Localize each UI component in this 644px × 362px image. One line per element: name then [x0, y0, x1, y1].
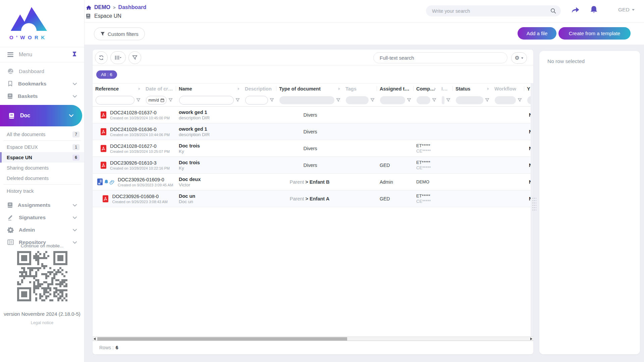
filter-funnel-button[interactable]: [518, 98, 522, 102]
sidebar-item-deleted-documents[interactable]: Deleted documents: [0, 173, 84, 183]
custom-filters-label: Custom filters: [108, 31, 139, 37]
bookmark-icon: [7, 80, 13, 87]
filter-icon: [132, 55, 138, 60]
column-header-date-of-cr[interactable]: Date of cr…: [143, 83, 176, 94]
breadcrumb-root[interactable]: DEMO: [94, 4, 110, 10]
notifications-button[interactable]: [590, 5, 598, 15]
table-row[interactable]: w DOC241028-01636-0 Created on 10/28/202…: [93, 123, 531, 140]
filter-cell-assigned-t: [377, 94, 414, 106]
breadcrumb-current[interactable]: Dashboard: [118, 4, 147, 10]
filter-funnel-button[interactable]: [485, 98, 489, 102]
filter-funnel-button[interactable]: [136, 98, 141, 102]
scroll-right-arrow-icon[interactable]: [530, 338, 532, 340]
sidebar-item-doc[interactable]: Doc: [0, 105, 82, 126]
column-header-assigned-t[interactable]: Assigned t…: [377, 83, 414, 94]
sidebar-item-assignments[interactable]: Assignments: [0, 199, 84, 211]
sidebar-item-espace-un[interactable]: Espace UN 6: [0, 152, 84, 163]
sidebar-item-label: Deleted documents: [7, 176, 49, 181]
column-header-reference[interactable]: Reference: [93, 83, 143, 94]
sidebar-item-history-track[interactable]: History track: [0, 186, 84, 196]
column-header-status[interactable]: Status: [453, 83, 492, 94]
add-file-button[interactable]: Add a file: [518, 27, 556, 40]
sidebar-item-baskets[interactable]: Baskets: [0, 90, 84, 102]
column-header-workflow[interactable]: Workflow: [492, 83, 524, 94]
sidebar-item-signatures[interactable]: Signatures: [0, 211, 84, 224]
filter-input-name[interactable]: [179, 96, 234, 105]
column-header-name[interactable]: Name: [176, 83, 242, 94]
document-created-date: Created on 9/26/2023 3:08:43 AM: [112, 200, 167, 204]
tags-cell: [343, 157, 377, 173]
space-label: Espace UN: [94, 13, 121, 19]
column-header-i[interactable]: I…: [439, 83, 453, 94]
filter-input-description[interactable]: [245, 96, 268, 105]
sidebar-nav: Dashboard Bookmarks Baskets: [0, 62, 84, 248]
panel-resize-handle[interactable]: [532, 196, 536, 210]
funnel-icon: [446, 98, 450, 102]
status-cell: [453, 174, 492, 190]
menu-icon[interactable]: [7, 52, 13, 57]
home-icon[interactable]: [86, 5, 92, 10]
table-row[interactable]: w DOC241028-01637-0 Created on 10/28/202…: [93, 107, 531, 123]
column-header-y[interactable]: Y…: [524, 83, 531, 94]
sidebar-item-dashboard[interactable]: Dashboard: [0, 65, 84, 77]
document-name: Doc trois: [179, 160, 239, 165]
share-button[interactable]: [571, 6, 580, 15]
column-header-type-of-document[interactable]: Type of document: [276, 83, 343, 94]
filter-funnel-button[interactable]: [446, 98, 450, 102]
company-cell: ET***** CE*****: [414, 140, 439, 157]
filter-funnel-button[interactable]: [235, 98, 240, 102]
filter-funnel-button[interactable]: [168, 98, 173, 102]
columns-button[interactable]: [110, 51, 126, 64]
table-settings-button[interactable]: ⚙: [511, 52, 527, 64]
filter-button[interactable]: [128, 51, 141, 64]
scroll-left-arrow-icon[interactable]: [94, 338, 96, 340]
custom-filters-button[interactable]: Custom filters: [94, 27, 145, 40]
legal-notice-link[interactable]: Legal notice: [0, 320, 84, 325]
version-label: version Novembre 2024 (2.18.0-5): [0, 311, 84, 317]
filter-date-input[interactable]: mm/d: [146, 96, 167, 105]
fulltext-search-input[interactable]: [373, 52, 507, 63]
search-icon[interactable]: [550, 8, 556, 14]
company-cell: [414, 123, 439, 140]
horizontal-scrollbar[interactable]: [93, 337, 533, 341]
sidebar-item-espace-deux[interactable]: Espace DEUX 1: [0, 142, 84, 152]
assigned-cell: [377, 123, 414, 140]
document-created-date: Created on 10/28/2024 10:22:16 PM: [110, 166, 170, 170]
company-line2: CE*****: [416, 165, 436, 170]
column-header-description[interactable]: Description: [242, 83, 276, 94]
filter-funnel-button[interactable]: [270, 98, 274, 102]
table-row[interactable]: w DOC241028-01627-0 Created on 10/28/202…: [93, 140, 531, 157]
filter-input-reference[interactable]: [96, 96, 135, 105]
filter-funnel-button[interactable]: [370, 98, 375, 102]
workflow-cell: [492, 157, 524, 173]
description-cell: [242, 174, 276, 190]
pin-icon[interactable]: [72, 51, 77, 58]
pdf-icon: [100, 162, 107, 169]
table-row[interactable]: w DOC230926-01608-0 Created on 9/26/2023…: [93, 190, 531, 207]
filter-funnel-button[interactable]: [407, 98, 411, 102]
filter-funnel-button[interactable]: [432, 98, 436, 102]
company-line1: ET*****: [416, 193, 436, 198]
refresh-button[interactable]: [95, 51, 108, 64]
filter-funnel-button[interactable]: [336, 98, 340, 102]
table-row[interactable]: w DOC230926-01610-3 Created on 10/28/202…: [93, 157, 531, 174]
create-from-template-button[interactable]: Create from a template: [558, 27, 631, 40]
all-filter-badge[interactable]: All : 6: [96, 70, 117, 79]
i-cell: [439, 107, 453, 123]
column-header-tags[interactable]: Tags: [343, 83, 377, 94]
company-cell: DEMO: [414, 174, 439, 190]
description-cell: [242, 123, 276, 140]
sidebar-item-admin[interactable]: Admin: [0, 224, 84, 236]
global-search-input[interactable]: [432, 8, 550, 14]
user-menu[interactable]: GED: [618, 7, 635, 13]
table-row[interactable]: w DOC230926-01609-0 Created on 9/26/2023…: [93, 174, 531, 190]
tags-cell: [343, 140, 377, 157]
sidebar-item-sharing-documents[interactable]: Sharing documents: [0, 163, 84, 173]
column-header-comp[interactable]: Comp…: [414, 83, 439, 94]
sidebar-item-all-the-documents[interactable]: All the documents 7: [0, 129, 84, 139]
type-value: Divers: [303, 163, 317, 168]
scrollbar-thumb[interactable]: [97, 337, 347, 341]
clipped-cell: N: [524, 190, 531, 207]
sidebar-item-bookmarks[interactable]: Bookmarks: [0, 77, 84, 90]
status-cell: [453, 123, 492, 140]
